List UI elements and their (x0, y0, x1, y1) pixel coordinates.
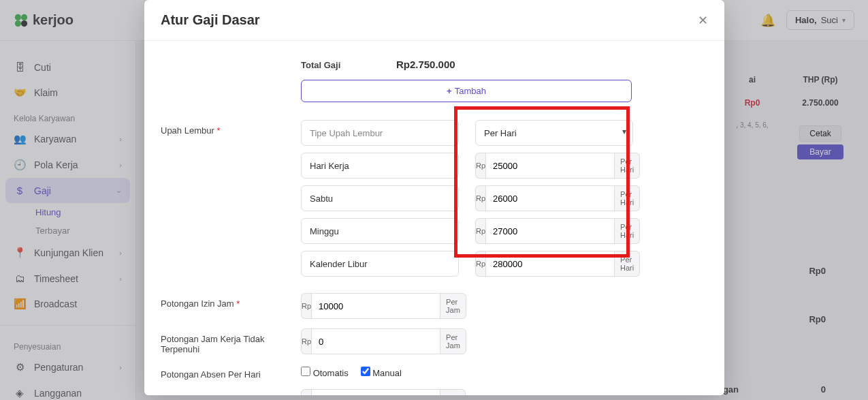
pot-absen-label: Potongan Absen Per Hari (161, 364, 301, 380)
tambah-button[interactable]: +Tambah (301, 80, 632, 102)
pot-jam-label: Potongan Jam Kerja Tidak Terpenuhi (161, 328, 301, 354)
pot-izin-label: Potongan Izin Jam * (161, 293, 301, 309)
modal-overlay[interactable]: Atur Gaji Dasar ✕ Total Gaji Rp2.750.000… (0, 0, 868, 400)
modal-atur-gaji: Atur Gaji Dasar ✕ Total Gaji Rp2.750.000… (144, 0, 724, 395)
modal-header: Atur Gaji Dasar ✕ (144, 0, 724, 41)
libur-value-input[interactable] (485, 251, 615, 277)
rp-prefix: Rp (475, 185, 485, 211)
hari-kerja-value-input[interactable] (485, 153, 615, 179)
minggu-label-input[interactable] (301, 218, 459, 244)
manual-label: Manual (372, 368, 402, 378)
otomatis-checkbox[interactable]: Otomatis (301, 367, 349, 378)
pot-jam-input[interactable] (311, 328, 440, 354)
per-hari-suffix: Per Hari (615, 185, 640, 211)
sabtu-value-input[interactable] (485, 185, 615, 211)
rp-prefix: Rp (301, 328, 311, 354)
manual-checkbox[interactable]: Manual (361, 367, 402, 378)
rp-prefix: Rp (475, 153, 485, 179)
per-hari-suffix: Per Hari (440, 389, 466, 395)
per-hari-suffix: Per Hari (615, 153, 640, 179)
nominal-absen-input[interactable] (311, 389, 440, 395)
hari-kerja-label-input[interactable] (301, 153, 459, 179)
per-hari-suffix: Per Hari (615, 251, 640, 277)
otomatis-label: Otomatis (313, 368, 349, 378)
per-jam-suffix: Per Jam (440, 293, 466, 319)
total-gaji-label: Total Gaji (301, 55, 340, 70)
modal-body: Total Gaji Rp2.750.000 +Tambah Upah Lemb… (144, 41, 724, 395)
nominal-absen-label: Nominal Potongan Absen Per Hari (161, 389, 301, 395)
rp-prefix: Rp (475, 218, 485, 244)
modal-title: Atur Gaji Dasar (161, 12, 260, 28)
rp-prefix: Rp (475, 251, 485, 277)
tambah-label: Tambah (455, 86, 486, 96)
per-jam-suffix: Per Jam (440, 328, 466, 354)
per-hari-select[interactable]: Per Hari (475, 120, 633, 146)
total-gaji-value: Rp2.750.000 (340, 55, 511, 70)
libur-label-input[interactable] (301, 251, 459, 277)
rp-prefix: Rp (301, 389, 311, 395)
close-icon[interactable]: ✕ (698, 13, 708, 28)
tipe-upah-lembur-input[interactable] (301, 120, 459, 146)
minggu-value-input[interactable] (485, 218, 615, 244)
sabtu-label-input[interactable] (301, 185, 459, 211)
upah-lembur-label: Upah Lembur * (161, 120, 301, 136)
rp-prefix: Rp (301, 293, 311, 319)
plus-icon: + (447, 86, 452, 96)
pot-izin-input[interactable] (311, 293, 440, 319)
per-hari-suffix: Per Hari (615, 218, 640, 244)
